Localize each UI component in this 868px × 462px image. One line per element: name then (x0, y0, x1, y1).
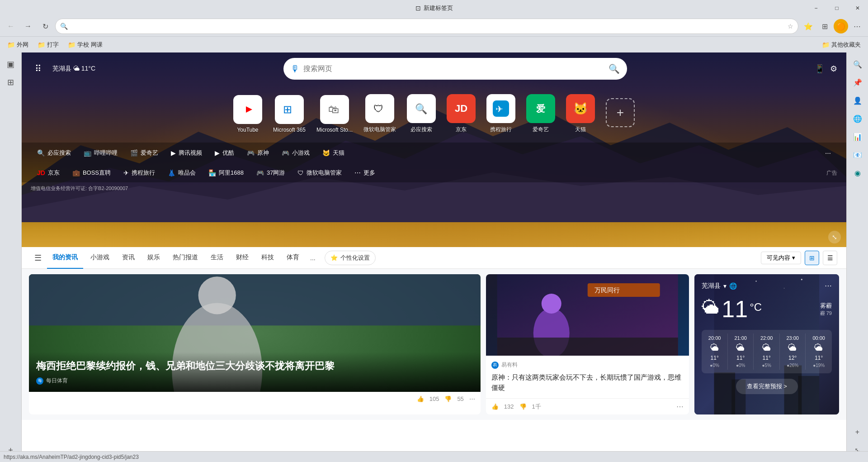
ql2-37[interactable]: 🎮 37网游 (250, 166, 291, 180)
qa-item-msstore[interactable]: 🛍 Microsoft Sto... (316, 95, 353, 133)
ql2-more[interactable]: ⋯ 更多 (348, 166, 382, 180)
weather-more-icon[interactable]: ⋯ (825, 281, 832, 290)
ql2-msmanager[interactable]: 🛡 微软电脑管家 (291, 166, 348, 180)
qa-item-youtube[interactable]: YouTube (233, 95, 262, 133)
browser-sidebar-icon[interactable]: 🌐 (849, 110, 866, 127)
tabs-icon[interactable]: ▣ (3, 56, 19, 72)
ql-more-icon: ⋯ (825, 150, 831, 157)
ql2-boss[interactable]: 💼 BOSS直聘 (66, 166, 117, 180)
qa-item-ms365[interactable]: ⊞ Microsoft 365 (273, 95, 306, 133)
office-sidebar-icon[interactable]: 📊 (849, 129, 866, 145)
article-more-icon[interactable]: ⋯ (676, 402, 684, 411)
ql-tianmao2[interactable]: 🐱 天猫 (316, 146, 351, 160)
forward-button[interactable]: → (21, 19, 35, 33)
news-tab-myinfo[interactable]: 我的资讯 (47, 247, 83, 269)
news-tab-news[interactable]: 资讯 (117, 247, 140, 269)
ql-bingsearch[interactable]: 🔍 必应搜索 (31, 146, 77, 160)
news-card-main[interactable]: 梅西拒绝巴黎续约报价，钱、兄弟和地位三大分歧谈不拢将离开巴黎 每 每日体育 (29, 274, 481, 414)
dot (71, 398, 73, 400)
ql-label: BOSS直聘 (83, 169, 111, 177)
bookmark-item-dazi[interactable]: 📁 打字 (34, 39, 62, 51)
source-dot: 易 (491, 362, 499, 369)
back-button[interactable]: ← (4, 19, 18, 33)
qa-item-tianmao[interactable]: 🐱 天猫 (566, 94, 595, 133)
news-tab-finance[interactable]: 财经 (231, 247, 254, 269)
browser-tab[interactable]: ⊡ 新建标签页 (415, 4, 453, 12)
settings-button[interactable]: ⋯ (850, 19, 864, 33)
user-sidebar-icon[interactable]: 👤 (849, 92, 866, 109)
news-tab-hot[interactable]: 热门报道 (167, 247, 203, 269)
qa-item-add[interactable]: + (606, 98, 635, 130)
settings-icon[interactable]: ⚙ (830, 64, 837, 74)
news-nav-menu-button[interactable]: ☰ (31, 251, 45, 265)
search-box[interactable]: 🎙 🔍 (283, 58, 627, 80)
pin-icon[interactable]: 📌 (849, 74, 866, 90)
ql2-jd[interactable]: JD 京东 (31, 166, 66, 180)
weather-text: 芜湖县 🌥 11°C (52, 65, 95, 73)
chevron-down-icon[interactable]: ▾ (723, 282, 726, 290)
ql-icon: 🎮 (247, 149, 255, 157)
bingsearch-icon: 🔍 (407, 94, 436, 123)
collections-icon[interactable]: ⊞ (3, 74, 19, 90)
ql-icon: ▶ (171, 149, 176, 157)
qa-item-iqiyi[interactable]: 爱 爱奇艺 (526, 94, 555, 133)
ql-iqiyi[interactable]: 🎬 爱奇艺 (124, 146, 165, 160)
view-dropdown[interactable]: 可见内容 ▾ (761, 252, 801, 264)
news-card-secondary[interactable]: 万民同行 易 易有料 原神：只有这两类玩家会玩不下去，长期玩惯了国产游戏，思维僵… (486, 274, 689, 414)
weather-more-button[interactable]: 查看完整预报 > (736, 379, 798, 394)
minimize-button[interactable]: − (806, 0, 826, 16)
news-tab-more[interactable]: ... (307, 252, 319, 263)
globe-icon[interactable]: 🌐 (729, 282, 737, 290)
news-tab-tech[interactable]: 科技 (256, 247, 279, 269)
news-tab-games[interactable]: 小游戏 (85, 247, 115, 269)
other-favorites[interactable]: 📁 其他收藏夹 (818, 39, 864, 51)
ql2-ctrip[interactable]: ✈ 携程旅行 (117, 166, 161, 180)
voice-search-button[interactable]: 🎙 (291, 64, 300, 74)
more-icon[interactable]: ⋯ (469, 395, 475, 402)
bookmark-item-waiwang[interactable]: 📁 外网 (4, 39, 32, 51)
maximize-button[interactable]: □ (826, 0, 847, 16)
forecast-time: 21:00 (734, 335, 747, 341)
grid-view-button[interactable]: ⊞ (805, 251, 819, 265)
news-tab-entertainment[interactable]: 娱乐 (142, 247, 165, 269)
profile-button[interactable]: 🟠 (834, 19, 848, 33)
expand-button[interactable]: ⤡ (828, 231, 841, 243)
ql-youku[interactable]: ▶ 优酷 (208, 146, 241, 160)
ql2-1688[interactable]: 🏪 阿里1688 (202, 166, 250, 180)
list-view-button[interactable]: ☰ (823, 251, 837, 265)
ql-tencent[interactable]: ▶ 腾讯视频 (165, 146, 208, 160)
ql-minigames[interactable]: 🎮 小游戏 (275, 146, 316, 160)
weather-content: 芜湖县 ▾ 🌐 ⋯ 🌥 11 °C 雾霾 (694, 274, 839, 401)
favorite-icon[interactable]: ☆ (788, 23, 793, 30)
mobile-icon[interactable]: 📱 (815, 64, 825, 74)
refresh-button[interactable]: ↻ (38, 19, 52, 33)
outlook-sidebar-icon[interactable]: 📧 (849, 147, 866, 163)
ql-bilibili[interactable]: 📺 哔哩哔哩 (77, 146, 124, 160)
youtube-icon (233, 95, 262, 124)
teal-sidebar-icon[interactable]: ◉ (849, 165, 866, 181)
dot (48, 398, 51, 400)
secondary-article-image: 万民同行 (486, 274, 689, 356)
ql-icon: 👗 (168, 169, 175, 176)
qa-item-ctrip[interactable]: ✈ 携程旅行 (486, 94, 515, 133)
newtab-search-input[interactable] (303, 65, 605, 73)
collections-button[interactable]: ⊞ (817, 19, 832, 33)
address-bar[interactable]: 🔍 ☆ (55, 19, 798, 34)
news-tab-sports[interactable]: 体育 (281, 247, 305, 269)
address-input[interactable] (71, 23, 784, 30)
qa-item-msmanager[interactable]: 🛡 微软电脑管家 (363, 94, 396, 133)
news-tab-life[interactable]: 生活 (205, 247, 229, 269)
search-sidebar-icon[interactable]: 🔍 (849, 56, 866, 72)
favorites-button[interactable]: ⭐ (801, 19, 816, 33)
bookmark-item-xuexiao[interactable]: 📁 学校 网课 (64, 39, 106, 51)
ql2-vip[interactable]: 👗 唯品会 (161, 166, 202, 180)
add-sidebar-icon[interactable]: + (849, 424, 866, 440)
search-submit-button[interactable]: 🔍 (609, 63, 620, 74)
ql-more[interactable]: ⋯ (819, 147, 837, 159)
qa-item-jd[interactable]: JD 京东 (447, 94, 476, 133)
apps-grid-button[interactable]: ⠿ (31, 62, 45, 76)
close-button[interactable]: ✕ (847, 0, 868, 16)
ql-yuanshen[interactable]: 🎮 原神 (241, 146, 275, 160)
personalize-button[interactable]: ⭐ 个性化设置 (325, 251, 376, 265)
qa-item-bingsearch[interactable]: 🔍 必应搜索 (407, 94, 436, 133)
